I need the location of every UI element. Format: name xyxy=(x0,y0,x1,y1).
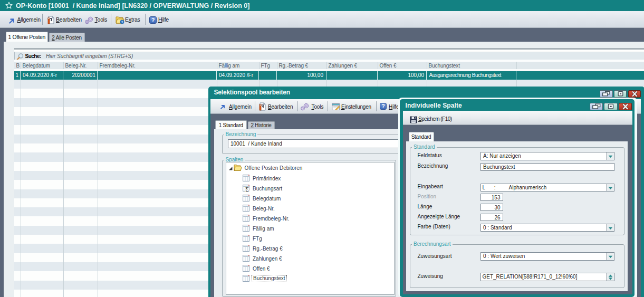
svg-text:Σ: Σ xyxy=(245,186,249,193)
